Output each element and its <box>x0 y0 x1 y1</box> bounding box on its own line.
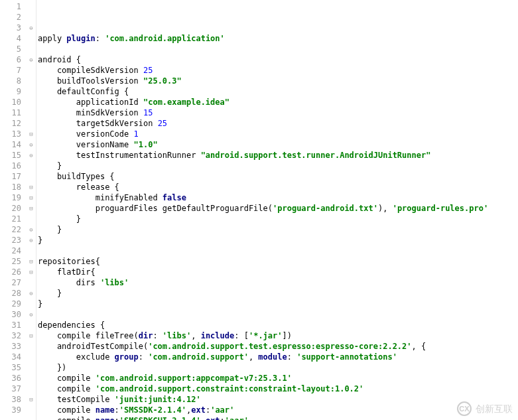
code-line[interactable] <box>38 309 518 320</box>
line-number: 18 <box>0 182 21 192</box>
code-token: 'support-annotations' <box>296 352 397 362</box>
code-token: 'com.android.support:appcompat-v7:25.3.1… <box>96 374 292 383</box>
code-line[interactable] <box>38 44 518 54</box>
line-number: 34 <box>0 352 21 362</box>
code-token: ext <box>191 405 206 415</box>
fold-marker[interactable]: ⊖ <box>27 309 36 320</box>
code-token: 15 <box>143 108 153 117</box>
code-line[interactable]: defaultConfig { <box>38 86 518 97</box>
line-number: 16 <box>0 161 21 171</box>
code-token: 'libs' <box>100 278 129 287</box>
code-line[interactable]: compile 'com.android.support:appcompat-v… <box>38 373 518 384</box>
code-content-area[interactable]: CX 创新互联 apply plugin: 'com.android.appli… <box>36 0 518 420</box>
code-token: plugin <box>66 34 95 43</box>
code-line[interactable]: exclude group: 'com.android.support', mo… <box>38 352 518 362</box>
code-line[interactable]: versionCode 1 <box>38 129 518 139</box>
code-line[interactable]: compile fileTree(dir: 'libs', include: [… <box>38 330 518 341</box>
code-token: compile fileTree( <box>38 331 139 340</box>
code-token: 'SMSSDK-2.1.4' <box>119 405 186 415</box>
code-token: 'aar' <box>210 405 234 415</box>
code-line[interactable]: buildToolsVersion "25.0.3" <box>38 76 518 86</box>
code-token: ext <box>206 416 220 420</box>
fold-marker[interactable]: ⊟ <box>27 129 36 139</box>
code-line[interactable]: repositories{ <box>38 256 518 267</box>
code-token: versionCode <box>38 129 134 139</box>
code-line[interactable]: } <box>38 224 518 235</box>
code-line[interactable]: } <box>38 161 518 171</box>
code-token: buildToolsVersion <box>38 76 143 86</box>
code-line[interactable]: } <box>38 235 518 245</box>
fold-marker[interactable]: ⊖ <box>27 139 36 150</box>
code-token: androidTestCompile( <box>38 342 148 351</box>
code-token: "1.0" <box>134 140 158 149</box>
fold-marker <box>27 405 36 415</box>
code-token: targetSdkVersion <box>38 119 158 128</box>
code-token: "25.0.3" <box>143 76 182 86</box>
fold-marker[interactable]: ⊖ <box>27 235 36 245</box>
code-line[interactable]: proguardFiles getDefaultProguardFile('pr… <box>38 203 518 214</box>
code-line[interactable]: applicationId "com.example.idea" <box>38 97 518 107</box>
code-token: minSdkVersion <box>38 108 143 117</box>
fold-marker[interactable]: ⊟ <box>27 182 36 192</box>
fold-marker <box>27 320 36 330</box>
fold-marker <box>27 44 36 54</box>
fold-marker[interactable]: ⊖ <box>27 224 36 235</box>
code-line[interactable]: apply plugin: 'com.android.application' <box>38 33 518 44</box>
fold-marker[interactable]: ⊟ <box>27 330 36 341</box>
code-token: minifyEnabled <box>38 193 162 202</box>
code-line[interactable]: compileSdkVersion 25 <box>38 65 518 76</box>
fold-column[interactable]: ⊖⊖⊟⊖⊖⊟⊟⊟⊖⊖⊟⊟⊖⊖⊟⊟ <box>27 0 36 420</box>
fold-marker[interactable]: ⊖ <box>27 150 36 161</box>
fold-marker[interactable]: ⊟ <box>27 394 36 405</box>
fold-marker[interactable]: ⊟ <box>27 203 36 214</box>
line-number: 30 <box>0 309 21 320</box>
fold-marker <box>27 107 36 118</box>
code-line[interactable]: dirs 'libs' <box>38 277 518 288</box>
code-line[interactable]: androidTestCompile('com.android.support.… <box>38 341 518 352</box>
code-line[interactable] <box>38 245 518 256</box>
fold-marker <box>27 12 36 23</box>
code-line[interactable]: }) <box>38 362 518 373</box>
code-line[interactable]: testCompile 'junit:junit:4.12' <box>38 394 518 405</box>
fold-marker[interactable]: ⊟ <box>27 267 36 277</box>
fold-marker[interactable]: ⊖ <box>27 54 36 65</box>
fold-marker[interactable]: ⊟ <box>27 192 36 203</box>
code-line[interactable]: } <box>38 299 518 309</box>
code-line[interactable]: } <box>38 214 518 224</box>
code-line[interactable]: } <box>38 288 518 299</box>
code-token: dirs <box>38 278 100 287</box>
code-line[interactable]: dependencies { <box>38 320 518 330</box>
code-token: '*.jar' <box>249 331 283 340</box>
code-token: 1 <box>134 129 139 139</box>
fold-marker <box>27 384 36 394</box>
code-token: apply <box>38 34 66 43</box>
code-line[interactable]: targetSdkVersion 25 <box>38 118 518 129</box>
line-number: 29 <box>0 299 21 309</box>
code-token: compile <box>38 405 96 415</box>
code-line[interactable]: android { <box>38 54 518 65</box>
code-token: 'junit:junit:4.12' <box>115 395 201 404</box>
fold-marker[interactable]: ⊟ <box>27 256 36 267</box>
line-number: 15 <box>0 150 21 161</box>
code-line[interactable]: buildTypes { <box>38 171 518 182</box>
code-line[interactable]: minSdkVersion 15 <box>38 107 518 118</box>
code-line[interactable]: compile name:'SMSSDKGUI-2.1.4',ext:'aar' <box>38 415 518 420</box>
fold-marker[interactable]: ⊖ <box>27 288 36 299</box>
code-token: compile <box>38 384 96 393</box>
code-token: false <box>162 193 186 202</box>
code-line[interactable]: flatDir{ <box>38 267 518 277</box>
code-line[interactable]: release { <box>38 182 518 192</box>
fold-marker[interactable]: ⊖ <box>27 23 36 33</box>
code-line[interactable]: compile name:'SMSSDK-2.1.4',ext:'aar' <box>38 405 518 415</box>
code-token: 25 <box>143 66 153 75</box>
code-editor[interactable]: 1234567891011121314151617181920212223242… <box>0 0 518 420</box>
code-line[interactable]: compile 'com.android.support.constraint:… <box>38 384 518 394</box>
code-line[interactable]: versionName "1.0" <box>38 139 518 150</box>
code-token: } <box>38 236 42 245</box>
code-token: compile <box>38 374 96 383</box>
line-number: 19 <box>0 192 21 203</box>
code-token: buildTypes { <box>38 172 115 181</box>
code-token: "com.example.idea" <box>143 98 229 107</box>
code-line[interactable]: minifyEnabled false <box>38 192 518 203</box>
code-line[interactable]: testInstrumentationRunner "android.suppo… <box>38 150 518 161</box>
